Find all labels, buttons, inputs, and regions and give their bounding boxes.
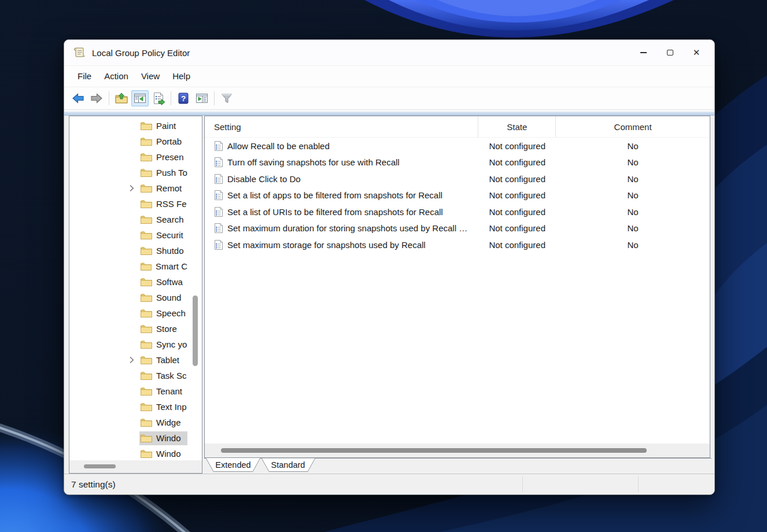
- tree-item-body[interactable]: Widge: [139, 416, 187, 430]
- tree-item-body[interactable]: Windo: [139, 431, 187, 445]
- tree-item-rss-fe[interactable]: RSS Fe: [69, 196, 187, 212]
- tab-standard[interactable]: Standard: [261, 459, 315, 472]
- close-button[interactable]: ✕: [683, 40, 710, 65]
- forward-button[interactable]: [88, 90, 105, 106]
- setting-row[interactable]: Set a list of URIs to be filtered from s…: [205, 204, 710, 220]
- tree-item-body[interactable]: Paint: [139, 119, 187, 133]
- tree-item-body[interactable]: Remot: [139, 182, 187, 195]
- chevron-right-icon[interactable]: [124, 118, 139, 134]
- chevron-right-icon[interactable]: [124, 352, 139, 368]
- tree-item-tablet[interactable]: Tablet: [69, 352, 187, 368]
- setting-row[interactable]: Set maximum duration for storing snapsho…: [205, 220, 710, 237]
- tree-item-body[interactable]: Windo: [139, 447, 187, 461]
- chevron-right-icon[interactable]: [124, 290, 139, 305]
- tree-item-body[interactable]: Text Inp: [139, 400, 187, 414]
- export-list-button[interactable]: [150, 90, 167, 106]
- chevron-right-icon[interactable]: [124, 165, 139, 180]
- tree-vertical-scrollbar[interactable]: [193, 117, 198, 459]
- chevron-right-icon[interactable]: [124, 337, 139, 352]
- menu-action[interactable]: Action: [98, 66, 135, 87]
- tree-item-presen[interactable]: Presen: [69, 149, 187, 165]
- column-header-state[interactable]: State: [478, 116, 556, 137]
- menu-help[interactable]: Help: [166, 66, 197, 87]
- chevron-right-icon[interactable]: [124, 212, 139, 227]
- setting-row[interactable]: Set maximum storage for snapshots used b…: [205, 237, 710, 253]
- minimize-button[interactable]: [630, 40, 657, 65]
- list-horizontal-scrollbar[interactable]: [205, 444, 710, 457]
- tree-item-body[interactable]: RSS Fe: [139, 197, 187, 211]
- tree-item-body[interactable]: Tenant: [139, 385, 187, 398]
- chevron-right-icon[interactable]: [124, 399, 139, 415]
- tree-item-speech[interactable]: Speech: [69, 305, 187, 321]
- chevron-right-icon[interactable]: [124, 383, 139, 399]
- tree-item-paint[interactable]: Paint: [69, 118, 187, 134]
- tree-item-sync-yo[interactable]: Sync yo: [69, 337, 187, 352]
- tree-item-body[interactable]: Sound: [139, 291, 187, 305]
- tree-item-body[interactable]: Presen: [139, 150, 187, 164]
- setting-row[interactable]: Set a list of apps to be filtered from s…: [205, 187, 710, 204]
- back-button[interactable]: [69, 90, 87, 106]
- tree-item-body[interactable]: Sync yo: [139, 338, 187, 352]
- tree-horizontal-scrollbar[interactable]: [69, 460, 202, 473]
- chevron-right-icon[interactable]: [124, 368, 139, 383]
- tree-item-softwa[interactable]: Softwa: [69, 274, 187, 290]
- filter-button[interactable]: [218, 90, 235, 106]
- help-button[interactable]: ?: [175, 90, 192, 106]
- tree-item-body[interactable]: Shutdo: [139, 244, 187, 258]
- chevron-right-icon[interactable]: [124, 321, 139, 337]
- tree-item-sound[interactable]: Sound: [69, 290, 187, 305]
- tree-item-windo[interactable]: Windo: [69, 430, 187, 446]
- tree-item-portab[interactable]: Portab: [69, 134, 187, 149]
- tree-item-body[interactable]: Speech: [139, 306, 187, 320]
- tree-item-body[interactable]: Task Sc: [139, 369, 187, 383]
- tree-item-body[interactable]: Tablet: [139, 353, 187, 367]
- menu-view[interactable]: View: [135, 66, 166, 87]
- list-horizontal-scrollbar-thumb[interactable]: [221, 448, 647, 453]
- chevron-right-icon[interactable]: [124, 258, 139, 274]
- chevron-right-icon[interactable]: [124, 196, 139, 212]
- chevron-right-icon[interactable]: [124, 446, 139, 461]
- setting-row[interactable]: Allow Recall to be enabled Not configure…: [205, 138, 710, 154]
- tree-item-body[interactable]: Search: [139, 213, 187, 227]
- chevron-right-icon[interactable]: [124, 430, 139, 446]
- chevron-right-icon[interactable]: [124, 243, 139, 258]
- chevron-right-icon[interactable]: [124, 415, 139, 430]
- chevron-right-icon[interactable]: [124, 227, 139, 243]
- chevron-right-icon[interactable]: [124, 134, 139, 149]
- show-hide-console-tree-button[interactable]: [131, 90, 149, 106]
- menu-file[interactable]: File: [71, 66, 98, 87]
- tree-item-store[interactable]: Store: [69, 321, 187, 337]
- show-properties-button[interactable]: [193, 90, 211, 106]
- tree-item-body[interactable]: Securit: [139, 228, 187, 242]
- setting-row[interactable]: Disable Click to Do Not configured No: [205, 171, 710, 187]
- chevron-right-icon[interactable]: [124, 149, 139, 165]
- tree-horizontal-scrollbar-thumb[interactable]: [84, 464, 116, 468]
- chevron-right-icon[interactable]: [124, 305, 139, 321]
- tree-item-body[interactable]: Push To: [139, 166, 187, 180]
- tree-item-body[interactable]: Softwa: [139, 275, 187, 289]
- tree-item-remot[interactable]: Remot: [69, 180, 187, 196]
- tree-item-securit[interactable]: Securit: [69, 227, 187, 243]
- tree-item-tenant[interactable]: Tenant: [69, 383, 187, 399]
- up-one-level-button[interactable]: [113, 90, 130, 106]
- tree-item-body[interactable]: Store: [139, 322, 187, 336]
- tree-vertical-scrollbar-thumb[interactable]: [193, 295, 198, 366]
- tree-item-smart-c[interactable]: Smart C: [69, 258, 187, 274]
- tree-item-shutdo[interactable]: Shutdo: [69, 243, 187, 258]
- tree-item-body[interactable]: Portab: [139, 135, 187, 149]
- tree-item-body[interactable]: Smart C: [139, 260, 187, 274]
- tree-item-windo[interactable]: Windo: [69, 446, 187, 461]
- maximize-button[interactable]: [657, 40, 683, 65]
- chevron-right-icon[interactable]: [124, 180, 139, 196]
- tree-item-search[interactable]: Search: [69, 212, 187, 227]
- tree-item-task-sc[interactable]: Task Sc: [69, 368, 187, 383]
- tab-extended[interactable]: Extended: [204, 459, 262, 472]
- tree-item-widge[interactable]: Widge: [69, 415, 187, 430]
- setting-row[interactable]: Turn off saving snapshots for use with R…: [205, 154, 710, 171]
- tree-item-text-inp[interactable]: Text Inp: [69, 399, 187, 415]
- column-header-setting[interactable]: Setting: [205, 116, 478, 137]
- column-header-comment[interactable]: Comment: [556, 116, 710, 137]
- title-bar[interactable]: Local Group Policy Editor ✕: [64, 40, 714, 65]
- tree-item-push-to[interactable]: Push To: [69, 165, 187, 180]
- chevron-right-icon[interactable]: [124, 274, 139, 290]
